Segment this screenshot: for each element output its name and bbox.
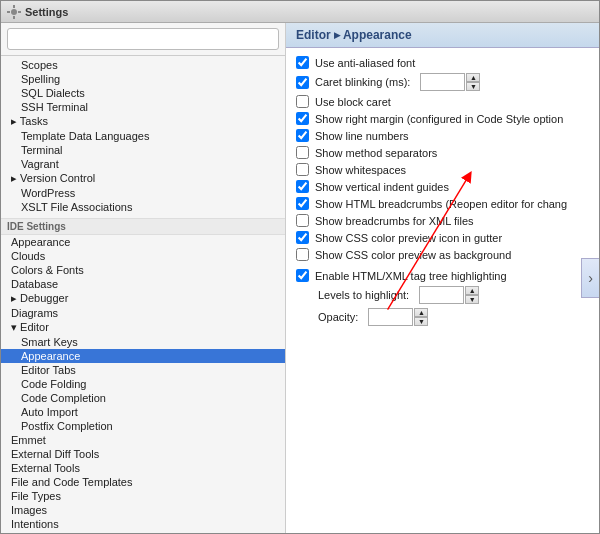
- tree-item-emmet[interactable]: Emmet: [1, 433, 285, 447]
- option-enable-html-xml-tag-tree: Enable HTML/XML tag tree highlighting: [296, 269, 589, 282]
- tree-item-scopes[interactable]: Scopes: [1, 58, 285, 72]
- checkbox-show-line-numbers[interactable]: [296, 129, 309, 142]
- tree-item-terminal[interactable]: Terminal: [1, 143, 285, 157]
- option-show-html-breadcrumbs: Show HTML breadcrumbs (Reopen editor for…: [296, 197, 589, 210]
- search-input[interactable]: [7, 28, 279, 50]
- label-show-html-breadcrumbs: Show HTML breadcrumbs (Reopen editor for…: [315, 198, 567, 210]
- caret-blinking-up[interactable]: ▲: [466, 73, 480, 82]
- option-show-right-margin: Show right margin (configured in Code St…: [296, 112, 589, 125]
- levels-highlight-up[interactable]: ▲: [465, 286, 479, 295]
- checkbox-caret-blinking[interactable]: [296, 76, 309, 89]
- checkbox-show-css-color-preview[interactable]: [296, 231, 309, 244]
- svg-point-0: [11, 9, 17, 15]
- tree-item-images[interactable]: Images: [1, 503, 285, 517]
- tree-item-spelling[interactable]: Spelling: [1, 72, 285, 86]
- checkbox-show-breadcrumbs-xml[interactable]: [296, 214, 309, 227]
- expand-arrow-button[interactable]: ›: [581, 258, 599, 298]
- checkbox-use-block-caret[interactable]: [296, 95, 309, 108]
- settings-icon: [7, 5, 21, 19]
- checkbox-use-anti-aliased-font[interactable]: [296, 56, 309, 69]
- caret-blinking-spinner: 500 ▲ ▼: [415, 73, 480, 91]
- label-show-right-margin: Show right margin (configured in Code St…: [315, 113, 563, 125]
- tree-item-appearance[interactable]: Appearance: [1, 235, 285, 249]
- right-panel: Editor ▸ Appearance Use anti-aliased fon…: [286, 23, 599, 533]
- tree-item-ssh-terminal[interactable]: SSH Terminal: [1, 100, 285, 114]
- label-show-method-separators: Show method separators: [315, 147, 437, 159]
- label-show-line-numbers: Show line numbers: [315, 130, 409, 142]
- levels-highlight-down[interactable]: ▼: [465, 295, 479, 304]
- label-show-vertical-indent-guides: Show vertical indent guides: [315, 181, 449, 193]
- option-show-breadcrumbs-xml: Show breadcrumbs for XML files: [296, 214, 589, 227]
- option-caret-blinking: Caret blinking (ms): 500 ▲ ▼: [296, 73, 589, 91]
- tree-item-clouds[interactable]: Clouds: [1, 249, 285, 263]
- checkbox-show-html-breadcrumbs[interactable]: [296, 197, 309, 210]
- opacity-up[interactable]: ▲: [414, 308, 428, 317]
- option-use-block-caret: Use block caret: [296, 95, 589, 108]
- svg-rect-1: [13, 5, 15, 8]
- tree-item-colors-fonts[interactable]: Colors & Fonts: [1, 263, 285, 277]
- svg-rect-3: [7, 11, 10, 13]
- tree-item-intentions[interactable]: Intentions: [1, 517, 285, 531]
- checkbox-enable-html-xml-tag-tree[interactable]: [296, 269, 309, 282]
- settings-tree: ScopesSpellingSQL DialectsSSH Terminal▸ …: [1, 56, 285, 533]
- tree-item-editor-appearance[interactable]: Appearance: [1, 349, 285, 363]
- label-levels-to-highlight: Levels to highlight:: [318, 289, 409, 301]
- tree-item-editor[interactable]: ▾ Editor: [1, 320, 285, 335]
- svg-rect-2: [13, 16, 15, 19]
- tree-item-code-folding[interactable]: Code Folding: [1, 377, 285, 391]
- levels-highlight-value[interactable]: 6: [419, 286, 464, 304]
- option-show-whitespaces: Show whitespaces: [296, 163, 589, 176]
- checkbox-show-vertical-indent-guides[interactable]: [296, 180, 309, 193]
- checkbox-show-whitespaces[interactable]: [296, 163, 309, 176]
- label-show-whitespaces: Show whitespaces: [315, 164, 406, 176]
- label-opacity: Opacity:: [318, 311, 358, 323]
- checkbox-show-css-color-background[interactable]: [296, 248, 309, 261]
- tree-item-version-control[interactable]: ▸ Version Control: [1, 171, 285, 186]
- caret-blinking-spinner-btns: ▲ ▼: [466, 73, 480, 91]
- option-show-css-color-background: Show CSS color preview as background: [296, 248, 589, 261]
- tree-item-external-tools[interactable]: External Tools: [1, 461, 285, 475]
- tree-item-template-data-languages[interactable]: Template Data Languages: [1, 129, 285, 143]
- tree-item-file-and-code-templates[interactable]: File and Code Templates: [1, 475, 285, 489]
- tree-item-file-types[interactable]: File Types: [1, 489, 285, 503]
- option-show-line-numbers: Show line numbers: [296, 129, 589, 142]
- tree-item-editor-tabs[interactable]: Editor Tabs: [1, 363, 285, 377]
- tree-item-tasks[interactable]: ▸ Tasks: [1, 114, 285, 129]
- tree-item-diagrams[interactable]: Diagrams: [1, 306, 285, 320]
- caret-blinking-value[interactable]: 500: [420, 73, 465, 91]
- label-show-css-color-background: Show CSS color preview as background: [315, 249, 511, 261]
- opacity-down[interactable]: ▼: [414, 317, 428, 326]
- label-caret-blinking: Caret blinking (ms):: [315, 76, 410, 88]
- opacity-spinner: 0.1 ▲ ▼: [363, 308, 428, 326]
- right-header: Editor ▸ Appearance: [286, 23, 599, 48]
- option-use-anti-aliased-font: Use anti-aliased font: [296, 56, 589, 69]
- levels-highlight-spinner-btns: ▲ ▼: [465, 286, 479, 304]
- caret-blinking-down[interactable]: ▼: [466, 82, 480, 91]
- option-levels-to-highlight: Levels to highlight: 6 ▲ ▼: [296, 286, 589, 304]
- tree-item-external-diff-tools[interactable]: External Diff Tools: [1, 447, 285, 461]
- search-bar: [1, 23, 285, 56]
- main-content: ScopesSpellingSQL DialectsSSH Terminal▸ …: [1, 23, 599, 533]
- tree-item-auto-import[interactable]: Auto Import: [1, 405, 285, 419]
- tree-item-database[interactable]: Database: [1, 277, 285, 291]
- option-show-method-separators: Show method separators: [296, 146, 589, 159]
- chevron-right-icon: ›: [588, 270, 593, 286]
- tree-item-postfix-completion[interactable]: Postfix Completion: [1, 419, 285, 433]
- tree-item-vagrant[interactable]: Vagrant: [1, 157, 285, 171]
- opacity-value[interactable]: 0.1: [368, 308, 413, 326]
- levels-highlight-spinner: 6 ▲ ▼: [414, 286, 479, 304]
- label-use-block-caret: Use block caret: [315, 96, 391, 108]
- tree-item-smart-keys[interactable]: Smart Keys: [1, 335, 285, 349]
- opacity-spinner-btns: ▲ ▼: [414, 308, 428, 326]
- settings-window: Settings ScopesSpellingSQL DialectsSSH T…: [0, 0, 600, 534]
- tree-item-sql-dialects[interactable]: SQL Dialects: [1, 86, 285, 100]
- checkbox-show-method-separators[interactable]: [296, 146, 309, 159]
- titlebar: Settings: [1, 1, 599, 23]
- option-show-vertical-indent-guides: Show vertical indent guides: [296, 180, 589, 193]
- tree-item-debugger[interactable]: ▸ Debugger: [1, 291, 285, 306]
- tree-item-code-completion[interactable]: Code Completion: [1, 391, 285, 405]
- tree-item-wordpress[interactable]: WordPress: [1, 186, 285, 200]
- label-show-breadcrumbs-xml: Show breadcrumbs for XML files: [315, 215, 474, 227]
- tree-item-xslt-file-associations[interactable]: XSLT File Associations: [1, 200, 285, 214]
- checkbox-show-right-margin[interactable]: [296, 112, 309, 125]
